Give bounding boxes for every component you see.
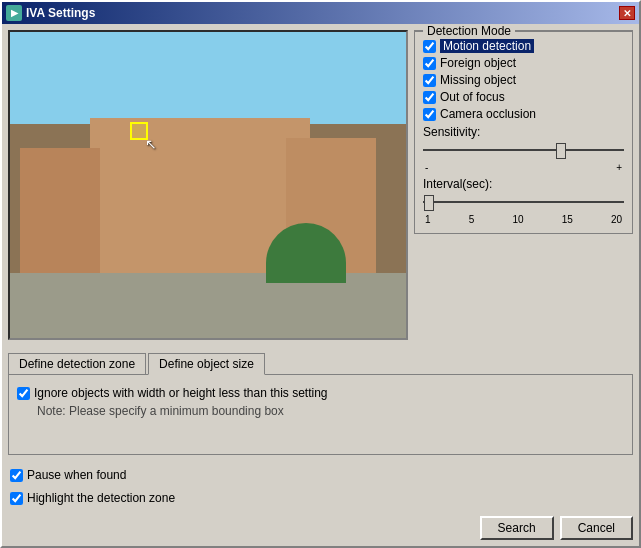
checkbox-highlight[interactable] <box>10 492 23 505</box>
sensitivity-label: Sensitivity: <box>423 125 624 139</box>
interval-15: 15 <box>562 214 573 225</box>
bottom-area: Define detection zone Define object size… <box>2 349 639 459</box>
checkbox-pause[interactable] <box>10 469 23 482</box>
interval-section: Interval(sec): 1 5 10 15 20 <box>423 177 624 225</box>
interval-5: 5 <box>469 214 475 225</box>
interval-slider[interactable] <box>423 193 624 211</box>
highlight-label[interactable]: Highlight the detection zone <box>27 491 175 505</box>
checkbox-camera[interactable] <box>423 108 436 121</box>
tab-content: Ignore objects with width or height less… <box>8 375 633 455</box>
checkbox-motion[interactable] <box>423 40 436 53</box>
right-panel: Detection Mode Motion detection Foreign … <box>414 30 633 343</box>
checkbox-foreign-label[interactable]: Foreign object <box>440 56 516 70</box>
sensitivity-slider[interactable] <box>423 141 624 159</box>
title-bar: ▶ IVA Settings ✕ <box>2 2 639 24</box>
building-left <box>20 148 100 278</box>
tab-define-zone[interactable]: Define detection zone <box>8 353 146 374</box>
checkbox-foreign[interactable] <box>423 57 436 70</box>
tabs-row: Define detection zone Define object size <box>8 353 633 375</box>
checkbox-focus[interactable] <box>423 91 436 104</box>
close-button[interactable]: ✕ <box>619 6 635 20</box>
bottom-checkboxes: Pause when found Highlight the detection… <box>2 459 639 512</box>
sensitivity-scale: - + <box>423 162 624 173</box>
checkbox-row-foreign: Foreign object <box>423 56 624 70</box>
main-window: ▶ IVA Settings ✕ ↖ <box>0 0 641 548</box>
checkbox-motion-label[interactable]: Motion detection <box>440 39 534 53</box>
checkbox-missing-label[interactable]: Missing object <box>440 73 516 87</box>
highlight-zone-row: Highlight the detection zone <box>10 491 631 505</box>
pause-label[interactable]: Pause when found <box>27 468 126 482</box>
checkbox-camera-label[interactable]: Camera occlusion <box>440 107 536 121</box>
sensitivity-max: + <box>616 162 622 173</box>
sensitivity-min: - <box>425 162 428 173</box>
ignore-objects-label[interactable]: Ignore objects with width or height less… <box>34 386 328 400</box>
checkbox-focus-label[interactable]: Out of focus <box>440 90 505 104</box>
app-icon: ▶ <box>6 5 22 21</box>
sensitivity-section: Sensitivity: - + <box>423 125 624 173</box>
pause-when-found-row: Pause when found <box>10 468 631 482</box>
interval-20: 20 <box>611 214 622 225</box>
ignore-objects-row: Ignore objects with width or height less… <box>17 386 624 400</box>
search-button[interactable]: Search <box>480 516 554 540</box>
checkbox-ignore-objects[interactable] <box>17 387 30 400</box>
checkbox-row-focus: Out of focus <box>423 90 624 104</box>
detection-mode-group: Detection Mode Motion detection Foreign … <box>414 30 633 234</box>
interval-scale: 1 5 10 15 20 <box>423 214 624 225</box>
video-panel: ↖ <box>8 30 408 343</box>
checkbox-row-missing: Missing object <box>423 73 624 87</box>
tab-define-size[interactable]: Define object size <box>148 353 265 375</box>
detection-mode-label: Detection Mode <box>423 24 515 38</box>
interval-1: 1 <box>425 214 431 225</box>
checkbox-row-motion: Motion detection <box>423 39 624 53</box>
checkbox-row-camera: Camera occlusion <box>423 107 624 121</box>
cancel-button[interactable]: Cancel <box>560 516 633 540</box>
interval-10: 10 <box>512 214 523 225</box>
ground <box>10 273 406 338</box>
checkbox-missing[interactable] <box>423 74 436 87</box>
video-placeholder: ↖ <box>10 32 406 338</box>
cursor-indicator: ↖ <box>145 136 157 152</box>
video-frame: ↖ <box>8 30 408 340</box>
action-buttons: Search Cancel <box>2 512 639 546</box>
motion-label-text: Motion detection <box>440 39 534 53</box>
title-bar-left: ▶ IVA Settings <box>6 5 95 21</box>
interval-label: Interval(sec): <box>423 177 624 191</box>
window-title: IVA Settings <box>26 6 95 20</box>
note-text: Note: Please specify a minimum bounding … <box>17 404 624 418</box>
content-area: ↖ Detection Mode Motion detection Foreig <box>2 24 639 349</box>
